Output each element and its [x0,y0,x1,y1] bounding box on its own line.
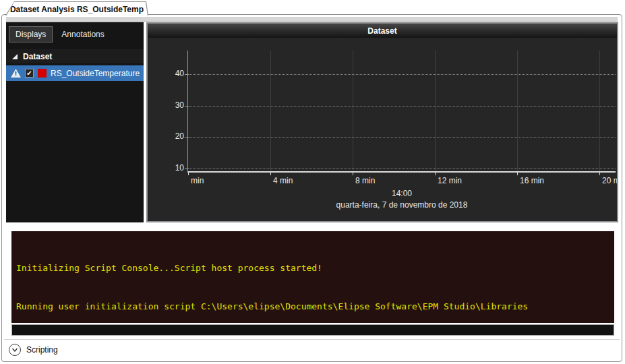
gridline-vertical [270,51,271,171]
tree-item-label: RS_OutsideTemperature [51,69,140,78]
sidebar: Displays Annotations Dataset ! ✔ RS_Outs… [6,22,144,222]
x-axis-tick [599,173,600,175]
warning-icon: ! [11,69,21,78]
console-line: Running user initialization script C:\Us… [16,300,612,313]
scripting-expander: Scripting [4,339,620,356]
x-axis-date-caption: quarta-feira, 7 de novembro de 2018 [188,200,616,210]
x-axis-label: 4 min [273,176,293,185]
pen-color-swatch[interactable] [38,69,47,78]
visibility-checkbox[interactable]: ✔ [25,69,34,78]
gridline-horizontal [188,137,616,138]
chart-panel[interactable]: Dataset [146,22,618,222]
y-axis-tick [185,137,188,138]
script-console-input[interactable] [11,324,614,336]
gridline-horizontal [188,74,616,75]
x-axis-label: min [191,176,204,185]
y-axis-tick [185,74,188,75]
x-axis-tick [188,173,189,175]
console-line: Initializing Script Console...Script hos… [16,262,612,274]
tab-displays[interactable]: Displays [9,26,53,42]
x-axis-label: 12 min [438,176,462,185]
x-axis-tick [353,173,353,175]
x-axis-label: 8 min [355,176,375,185]
y-axis-tick [185,106,188,107]
expander-collapse-icon[interactable] [12,54,18,59]
y-axis-label: 10 [164,163,184,173]
tree-item-rs-outsidetemperature[interactable]: ! ✔ RS_OutsideTemperature [6,65,144,81]
app-canvas: Dataset Analysis RS_OutsideTemp Displays… [0,0,625,364]
tab-annotations[interactable]: Annotations [55,27,110,42]
document-tab-label: Dataset Analysis RS_OutsideTemp [6,2,148,16]
y-axis-label: 30 [164,100,184,110]
document-tab[interactable]: Dataset Analysis RS_OutsideTemp [5,1,148,16]
sidebar-tabbar: Displays Annotations [6,22,144,46]
y-axis-label: 40 [164,69,184,78]
gridline-vertical [435,51,436,171]
gridline-vertical [517,51,518,171]
script-console-output[interactable]: Initializing Script Console...Script hos… [11,231,614,323]
x-axis-tick [517,173,518,175]
y-axis-tick [185,169,188,169]
tree-group-dataset[interactable]: Dataset [6,49,144,63]
chart-title: Dataset [148,24,617,38]
x-axis-label: 20 m [602,176,618,185]
script-console-panel: Initializing Script Console...Script hos… [11,231,614,336]
gridline-vertical [353,51,353,171]
gridline-vertical [599,51,600,171]
gridline-horizontal [188,169,616,169]
gridline-horizontal [188,106,616,107]
chart-plot-area[interactable]: 40 30 20 10 min 4 min 8 min 12 min 16 mi… [187,51,616,173]
scripting-label: Scripting [26,345,58,355]
work-area: Displays Annotations Dataset ! ✔ RS_Outs… [6,22,618,222]
chevron-down-icon[interactable] [9,344,21,356]
top-splitter[interactable] [6,17,618,22]
x-axis-time-caption: 14:00 [188,189,616,198]
x-axis-tick [270,173,271,175]
x-axis-label: 16 min [520,176,544,185]
tree-group-label: Dataset [23,52,52,61]
x-axis-tick [435,173,436,175]
y-axis-label: 20 [164,131,184,141]
main-window: Displays Annotations Dataset ! ✔ RS_Outs… [1,14,622,362]
